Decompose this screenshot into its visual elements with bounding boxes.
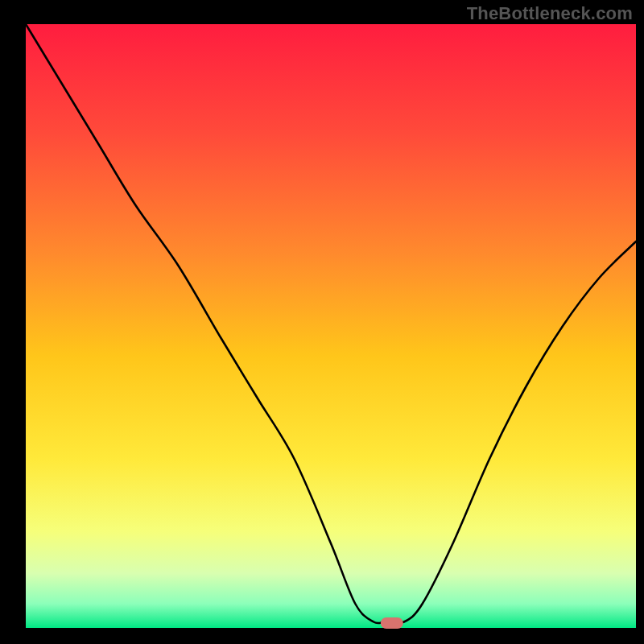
- optimum-marker: [381, 617, 403, 629]
- watermark-text: TheBottleneck.com: [467, 3, 633, 24]
- plot-background: [26, 24, 636, 628]
- bottleneck-chart: [0, 0, 644, 644]
- chart-frame: TheBottleneck.com: [0, 0, 644, 644]
